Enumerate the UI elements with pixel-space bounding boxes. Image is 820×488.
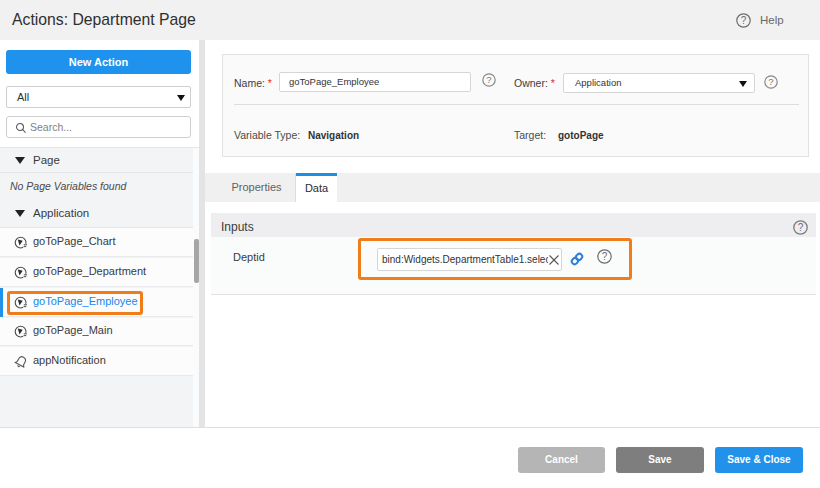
svg-text:?: ? — [602, 251, 608, 262]
svg-text:?: ? — [486, 74, 491, 85]
svg-text:?: ? — [798, 222, 804, 233]
svg-text:?: ? — [768, 76, 773, 87]
svg-text:?: ? — [741, 15, 747, 26]
